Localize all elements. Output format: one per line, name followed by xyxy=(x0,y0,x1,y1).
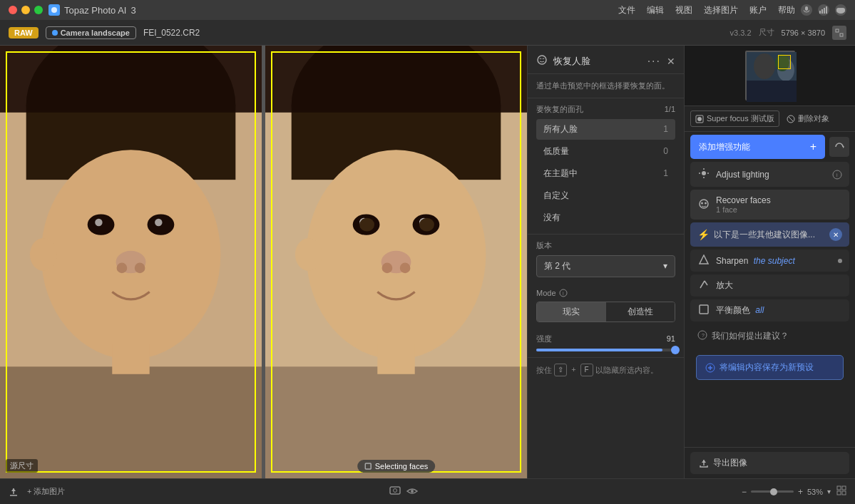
main-area: 源尺寸 xyxy=(0,46,855,478)
mode-realistic-button[interactable]: 现实 xyxy=(537,302,606,322)
close-suggestions-button[interactable]: ✕ xyxy=(829,228,842,241)
super-focus-button[interactable]: Super focus 测试版 xyxy=(690,110,779,127)
svg-rect-5 xyxy=(826,6,827,14)
adjust-lighting-label: Adjust lighting xyxy=(716,170,826,180)
enhance-items-list: Adjust lighting i Recover faces 1 face ⚡… xyxy=(685,162,855,384)
svg-rect-3 xyxy=(821,9,823,14)
face-list-item-all-count: 1 xyxy=(663,124,668,134)
upload-button[interactable] xyxy=(9,487,19,497)
version-section: 版本 第 2 代 ▾ xyxy=(528,234,684,283)
remove-object-button[interactable]: 删除对象 xyxy=(782,111,834,126)
hide-tip-text1: 按住 xyxy=(536,365,552,374)
face-list-item-none[interactable]: 没有 xyxy=(536,207,675,228)
face-list-item-all[interactable]: 所有人脸 1 xyxy=(536,119,675,140)
face-list-item-custom[interactable]: 自定义 xyxy=(536,185,675,206)
left-image-panel[interactable]: 源尺寸 xyxy=(0,46,262,478)
menu-edit[interactable]: 编辑 xyxy=(647,4,664,16)
svg-point-37 xyxy=(382,263,393,274)
svg-rect-83 xyxy=(842,486,846,490)
right-image-panel[interactable]: Selecting faces xyxy=(265,46,527,478)
app-title-area: Topaz Photo AI 3 xyxy=(48,4,601,16)
svg-text:i: i xyxy=(563,291,564,296)
traffic-lights xyxy=(9,6,43,14)
face-list-item-subject-label: 在主题中 xyxy=(543,168,578,180)
svg-point-22 xyxy=(30,238,57,271)
dimensions-label: 尺寸 xyxy=(759,27,774,38)
minimize-button[interactable] xyxy=(21,6,30,14)
add-image-button[interactable]: + 添加图片 xyxy=(27,486,65,497)
menu-help[interactable]: 帮助 xyxy=(778,4,795,16)
menu-view[interactable]: 视图 xyxy=(675,4,692,16)
menu-bar: 文件 编辑 视图 选择图片 账户 帮助 xyxy=(618,4,795,16)
sharpen-label: Sharpen the subject xyxy=(716,256,832,266)
sharpen-dot xyxy=(838,259,842,263)
menu-select[interactable]: 选择图片 xyxy=(704,4,738,16)
save-preset-button[interactable]: 将编辑内容保存为新预设 xyxy=(696,355,844,380)
enhance-item-lighting[interactable]: Adjust lighting i xyxy=(690,162,849,187)
zoom-dropdown-arrow[interactable]: ▾ xyxy=(827,488,831,495)
menu-file[interactable]: 文件 xyxy=(618,4,635,16)
zoom-controls: − + 53% ▾ xyxy=(742,487,831,497)
suggestions-title: 以下是一些其他建议图像... xyxy=(714,229,829,241)
face-list-item-low[interactable]: 低质量 0 xyxy=(536,141,675,162)
svg-point-17 xyxy=(95,219,102,226)
face-panel-close-button[interactable]: ✕ xyxy=(667,56,675,67)
version-chevron-icon: ▾ xyxy=(663,261,667,271)
network-icon xyxy=(818,4,829,16)
strength-section: 强度 91 xyxy=(528,328,684,357)
expand-button[interactable] xyxy=(832,26,846,40)
strength-slider[interactable] xyxy=(536,349,675,351)
camera-bottom-icon[interactable] xyxy=(389,485,401,498)
suggestion-enlarge[interactable]: 放大 xyxy=(690,274,849,297)
eye-icon[interactable] xyxy=(406,486,418,498)
svg-marker-77 xyxy=(11,488,16,491)
close-button[interactable] xyxy=(9,6,17,14)
canvas-area: 源尺寸 xyxy=(0,46,527,478)
mode-section: Mode i 现实 创造性 xyxy=(528,283,684,328)
suggestion-sharpen[interactable]: Sharpen the subject xyxy=(690,250,849,272)
recover-faces-label: Recover faces xyxy=(716,195,842,205)
svg-marker-75 xyxy=(702,460,706,463)
add-enhance-button[interactable]: 添加增强功能 + xyxy=(690,135,825,159)
maximize-button[interactable] xyxy=(34,6,43,14)
bottom-center-controls xyxy=(73,485,732,498)
save-preset-icon xyxy=(705,363,715,373)
face-recovery-panel: 恢复人脸 ··· ✕ 通过单击预览中的框选择要恢复的面。 要恢复的面孔 1/1 … xyxy=(527,46,684,478)
enhance-item-recover-faces[interactable]: Recover faces 1 face xyxy=(690,190,849,220)
zoom-plus-button[interactable]: + xyxy=(798,487,803,497)
app-icon xyxy=(48,4,60,16)
recover-faces-sub: 1 face xyxy=(716,205,842,214)
strength-header: 强度 91 xyxy=(536,334,675,344)
face-list-item-none-label: 没有 xyxy=(543,212,560,224)
panel-divider[interactable] xyxy=(262,46,265,478)
how-suggestions-link[interactable]: ? 我们如何提出建议？ xyxy=(690,324,849,348)
grid-icon[interactable] xyxy=(836,485,846,498)
face-list-item-custom-label: 自定义 xyxy=(543,190,569,202)
rotate-button[interactable] xyxy=(829,137,849,157)
version-select[interactable]: 第 2 代 ▾ xyxy=(536,255,675,277)
export-button[interactable]: 导出图像 xyxy=(690,452,849,474)
svg-point-0 xyxy=(51,7,57,13)
zoom-slider[interactable] xyxy=(751,490,794,493)
plus-separator: + xyxy=(571,365,575,374)
zoom-minus-button[interactable]: − xyxy=(742,487,747,497)
face-list-item-all-label: 所有人脸 xyxy=(543,123,578,135)
face-list-item-low-label: 低质量 xyxy=(543,145,569,158)
face-panel-title: 恢复人脸 xyxy=(553,55,642,68)
tab-bar: RAW Camera landscape FEI_0522.CR2 v3.3.2… xyxy=(0,20,855,46)
face-panel-menu-icon[interactable]: ··· xyxy=(647,55,661,68)
app-name: Topaz Photo AI xyxy=(64,5,126,16)
menu-account[interactable]: 账户 xyxy=(749,4,767,16)
svg-text:i: i xyxy=(836,173,838,178)
suggestion-balance[interactable]: 平衡颜色 all xyxy=(690,299,849,322)
svg-rect-25 xyxy=(0,46,262,113)
svg-point-18 xyxy=(155,219,162,226)
file-name: FEI_0522.CR2 xyxy=(143,28,200,38)
mode-creative-button[interactable]: 创造性 xyxy=(606,302,675,322)
face-list-item-subject[interactable]: 在主题中 1 xyxy=(536,163,675,184)
recover-faces-icon xyxy=(697,198,710,212)
svg-point-21 xyxy=(135,263,145,274)
svg-marker-56 xyxy=(843,145,844,148)
svg-rect-82 xyxy=(837,486,841,490)
face-panel-header: 恢复人脸 ··· ✕ xyxy=(528,46,684,74)
